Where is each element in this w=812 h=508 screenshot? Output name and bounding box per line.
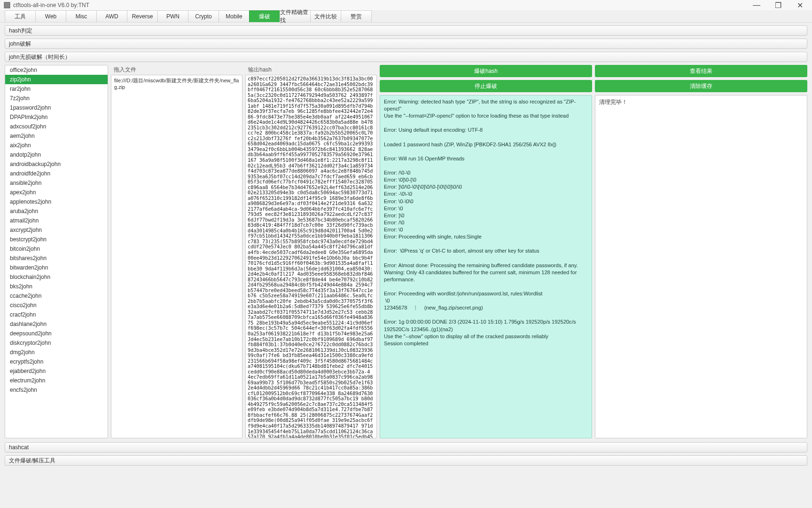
bottom-bar-0[interactable]: hashcat: [5, 442, 807, 452]
converter-item-androidbackup2john[interactable]: androidbackup2john: [5, 159, 108, 169]
status-panel: 清理完毕！: [595, 95, 807, 438]
converter-item-cisco2john[interactable]: cisco2john: [5, 301, 108, 310]
converter-item-deepsound2john[interactable]: deepsound2john: [5, 329, 108, 338]
converter-item-bks2john[interactable]: bks2john: [5, 282, 108, 291]
converter-list-panel: office2johnzip2johnrar2john7z2john1passw…: [5, 65, 108, 438]
converter-item-ansible2john[interactable]: ansible2john: [5, 178, 108, 188]
converter-item-bitwarden2john[interactable]: bitwarden2john: [5, 263, 108, 272]
minimize-button[interactable]: —: [750, 1, 763, 10]
converter-item-DPAPImk2john[interactable]: DPAPImk2john: [5, 112, 108, 122]
converter-item-aem2john[interactable]: aem2john: [5, 131, 108, 141]
close-button[interactable]: ✕: [793, 1, 806, 10]
clear-cache-button[interactable]: 清除缓存: [595, 80, 807, 92]
tab-文件比较[interactable]: 文件比较: [310, 10, 341, 22]
tab-爆破[interactable]: 爆破: [249, 10, 280, 22]
window-title: ctftools-all-in-one V6.0 by:TNT: [13, 2, 750, 8]
log-output-panel[interactable]: Error: Warning: detected hash type "ZIP"…: [380, 95, 592, 438]
hash-panel-label: 输出hash: [245, 65, 377, 75]
crack-hash-button[interactable]: 爆破hash: [380, 65, 592, 77]
file-drop-zone[interactable]: [111, 92, 242, 438]
svg-rect-0: [4, 2, 10, 8]
maximize-button[interactable]: ❐: [772, 1, 785, 10]
tab-Reverse[interactable]: Reverse: [127, 10, 158, 22]
converter-item-applenotes2john[interactable]: applenotes2john: [5, 197, 108, 206]
converter-item-1password2john[interactable]: 1password2john: [5, 103, 108, 112]
converter-item-ecryptfs2john[interactable]: ecryptfs2john: [5, 357, 108, 366]
app-icon: [4, 2, 10, 8]
dragged-file-path[interactable]: file:///D:/题目/miscwdb/新建文件夹/新建文件夹/new_fl…: [111, 75, 242, 92]
converter-item-7z2john[interactable]: 7z2john: [5, 94, 108, 103]
tab-PWN[interactable]: PWN: [157, 10, 188, 22]
tab-文件精确查找[interactable]: 文件精确查找: [280, 10, 311, 22]
converter-item-androidfde2john[interactable]: androidfde2john: [5, 169, 108, 178]
subbar-0[interactable]: hash判定: [5, 25, 807, 36]
converter-item-encfs2john[interactable]: encfs2john: [5, 385, 108, 395]
converter-item-electrum2john[interactable]: electrum2john: [5, 376, 108, 385]
converter-item-diskcryptor2john[interactable]: diskcryptor2john: [5, 338, 108, 348]
converter-item-dashlane2john[interactable]: dashlane2john: [5, 319, 108, 329]
converter-item-office2john[interactable]: office2john: [5, 65, 108, 75]
converter-item-zip2john[interactable]: zip2john: [5, 75, 108, 84]
converter-item-aruba2john[interactable]: aruba2john: [5, 206, 108, 216]
converter-item-bitcoin2john[interactable]: bitcoin2john: [5, 244, 108, 254]
bottom-bar-1[interactable]: 文件爆破/解压工具: [5, 455, 807, 466]
converter-item-bitshares2john[interactable]: bitshares2john: [5, 254, 108, 263]
converter-item-blockchain2john[interactable]: blockchain2john: [5, 272, 108, 282]
stop-crack-button[interactable]: 停止爆破: [380, 80, 592, 92]
tab-Mobile[interactable]: Mobile: [219, 10, 250, 22]
tab-工具[interactable]: 工具: [5, 10, 36, 22]
tab-Web[interactable]: Web: [35, 10, 66, 22]
tab-Misc[interactable]: Misc: [66, 10, 97, 22]
tab-Crypto[interactable]: Crypto: [188, 10, 219, 22]
tab-AWD[interactable]: AWD: [96, 10, 127, 22]
subbar-2[interactable]: john无损破解（时间长）: [5, 52, 807, 62]
converter-item-cracf2john[interactable]: cracf2john: [5, 310, 108, 319]
subbar-1[interactable]: john破解: [5, 39, 807, 49]
converter-item-apex2john[interactable]: apex2john: [5, 188, 108, 197]
converter-item-andotp2john[interactable]: andotp2john: [5, 150, 108, 159]
converter-item-atmail2john[interactable]: atmail2john: [5, 216, 108, 225]
converter-item-axcrypt2john[interactable]: axcrypt2john: [5, 225, 108, 235]
converter-item-aix2john[interactable]: aix2john: [5, 141, 108, 150]
view-result-button[interactable]: 查看结果: [595, 65, 807, 77]
hash-output-text[interactable]: c897eccf2205012d2f20a366319b13dc3f813a3b…: [246, 75, 376, 438]
converter-item-bestcrypt2john[interactable]: bestcrypt2john: [5, 235, 108, 244]
drag-panel-label: 拖入文件: [111, 65, 242, 75]
converter-item-adxcsouf2john[interactable]: adxcsouf2john: [5, 122, 108, 131]
converter-item-dmg2john[interactable]: dmg2john: [5, 348, 108, 357]
tab-赞赏[interactable]: 赞赏: [341, 10, 372, 22]
converter-item-rar2john[interactable]: rar2john: [5, 84, 108, 94]
converter-item-ejabberd2john[interactable]: ejabberd2john: [5, 366, 108, 376]
converter-item-ccache2john[interactable]: ccache2john: [5, 291, 108, 301]
